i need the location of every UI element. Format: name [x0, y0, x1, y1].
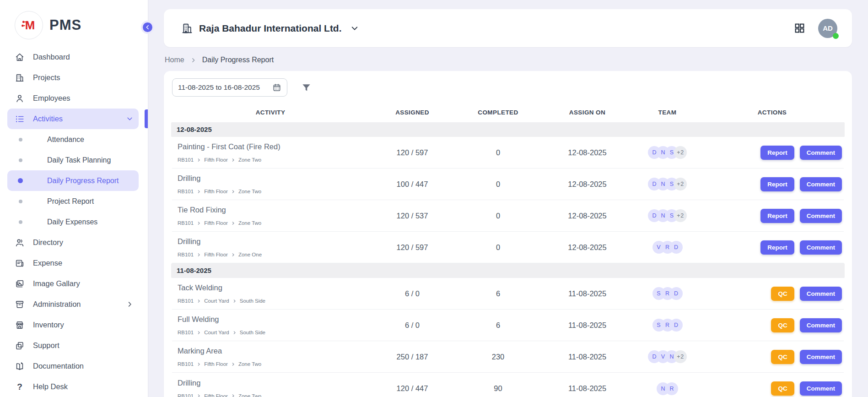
main-area: Raja Bahadur International Ltd. AD: [148, 0, 868, 397]
team-more-avatar[interactable]: +2: [674, 146, 687, 159]
path-segment: RB101: [178, 330, 194, 335]
date-range-input[interactable]: 11-08-2025 to 16-08-2025: [172, 78, 287, 97]
chevron-down-icon: [350, 24, 359, 33]
report-button[interactable]: Report: [760, 240, 794, 255]
comment-button[interactable]: Comment: [800, 209, 842, 223]
sidebar-item-label: Help Desk: [33, 382, 68, 391]
activity-cell: Marking Area RB101Fifth FloorZone Two: [172, 342, 369, 371]
logo[interactable]: M PMS: [0, 0, 148, 46]
bullet-icon: [19, 138, 22, 141]
sidebar-item-label: Projects: [33, 73, 60, 82]
chevron-right-icon: [231, 394, 235, 397]
sidebar-item-inventory[interactable]: Inventory: [7, 315, 139, 335]
progress-table: ActivityAssignedCompletedAssign OnTeamAc…: [172, 102, 844, 397]
activity-cell: Tack Welding RB101Court YardSouth Side: [172, 279, 369, 308]
path-segment: South Side: [240, 330, 265, 335]
comment-button[interactable]: Comment: [800, 177, 842, 191]
report-button[interactable]: Report: [760, 177, 794, 191]
sidebar-item-activities[interactable]: Activities: [7, 109, 139, 129]
qc-button[interactable]: QC: [771, 287, 794, 301]
activity-title[interactable]: Drilling: [178, 379, 366, 387]
comment-button[interactable]: Comment: [800, 381, 842, 396]
sidebar-item-label: Daily Task Planning: [47, 156, 111, 164]
apps-grid-icon[interactable]: [794, 22, 805, 34]
sidebar-item-documentation[interactable]: Documentation: [7, 356, 139, 376]
sidebar-item-daily-task-planning[interactable]: Daily Task Planning: [7, 150, 139, 170]
report-button[interactable]: Report: [760, 209, 794, 223]
sidebar-item-help-desk[interactable]: ?Help Desk: [7, 376, 139, 397]
team-more-avatar[interactable]: +2: [674, 350, 687, 363]
comment-button[interactable]: Comment: [800, 350, 842, 364]
filter-icon[interactable]: [301, 82, 312, 93]
qc-button[interactable]: QC: [771, 381, 794, 396]
comment-button[interactable]: Comment: [800, 318, 842, 332]
sidebar-item-attendance[interactable]: Attendance: [7, 129, 139, 150]
activity-title[interactable]: Painting - First Coat (Fire Red): [178, 142, 366, 151]
sidebar-item-image-gallary[interactable]: Image Gallary: [7, 273, 139, 294]
chevron-right-icon: [126, 301, 133, 308]
comment-button[interactable]: Comment: [800, 146, 842, 160]
path-segment: Zone Two: [238, 157, 261, 163]
date-group-header: 11-08-2025: [171, 263, 845, 278]
sidebar-item-label: Image Gallary: [33, 279, 80, 288]
breadcrumb-home[interactable]: Home: [165, 56, 184, 64]
column-header-activity: Activity: [172, 109, 369, 116]
table-header-row: ActivityAssignedCompletedAssign OnTeamAc…: [172, 102, 844, 122]
activity-path: RB101Fifth FloorZone One: [178, 252, 366, 257]
sidebar-item-label: Inventory: [33, 321, 64, 329]
chevron-right-icon: [197, 394, 201, 397]
activity-title[interactable]: Tack Welding: [178, 283, 366, 292]
team-member-avatar[interactable]: D: [670, 241, 683, 254]
chevron-right-icon: [231, 190, 235, 194]
activity-title[interactable]: Full Welding: [178, 315, 366, 324]
report-button[interactable]: Report: [760, 146, 794, 160]
group-date: 12-08-2025: [177, 125, 212, 133]
team-member-avatar[interactable]: D: [670, 319, 683, 332]
team-member-avatar[interactable]: D: [670, 287, 683, 300]
sidebar-item-directory[interactable]: Directory: [7, 232, 139, 253]
company-selector[interactable]: Raja Bahadur International Ltd.: [181, 22, 359, 34]
chevron-right-icon: [232, 331, 237, 335]
activity-path: RB101Fifth FloorZone Two: [178, 361, 366, 367]
assigned-value: 6 / 0: [369, 289, 456, 298]
online-status-dot: [833, 33, 839, 39]
sidebar-item-support[interactable]: Support: [7, 335, 139, 356]
table-row: Drilling RB101Fifth FloorZone Two 100 / …: [172, 169, 844, 200]
sidebar-item-daily-progress-report[interactable]: Daily Progress Report: [7, 170, 139, 191]
user-avatar[interactable]: AD: [818, 19, 837, 38]
activity-title[interactable]: Drilling: [178, 174, 366, 183]
question-icon: ?: [14, 381, 25, 392]
path-segment: South Side: [240, 298, 265, 304]
actions-cell: QC Comment: [701, 350, 844, 364]
path-segment: RB101: [178, 361, 194, 367]
sidebar-item-daily-expenses[interactable]: Daily Expenses: [7, 212, 139, 232]
chevron-right-icon: [231, 362, 235, 366]
team-avatars: SRD: [634, 287, 701, 300]
chevron-right-icon: [197, 158, 201, 162]
svg-text:M: M: [25, 19, 35, 32]
sidebar-item-administration[interactable]: Administration: [7, 294, 139, 315]
team-avatars: NR: [634, 382, 701, 395]
sidebar-item-employees[interactable]: Employees: [7, 88, 139, 109]
activity-title[interactable]: Tie Rod Fixing: [178, 206, 366, 214]
team-member-avatar[interactable]: R: [665, 382, 678, 395]
assign-on-value: 12-08-2025: [540, 148, 634, 157]
sidebar-item-project-report[interactable]: Project Report: [7, 191, 139, 212]
team-avatars: DNS+2: [634, 209, 701, 222]
sidebar-collapse-button[interactable]: [141, 21, 154, 34]
team-more-avatar[interactable]: +2: [674, 178, 687, 190]
chevron-right-icon: [197, 190, 201, 194]
qc-button[interactable]: QC: [771, 318, 794, 332]
qc-button[interactable]: QC: [771, 350, 794, 364]
comment-button[interactable]: Comment: [800, 287, 842, 301]
comment-button[interactable]: Comment: [800, 240, 842, 255]
sidebar-item-expense[interactable]: Expense: [7, 253, 139, 273]
activity-cell: Drilling RB101Fifth FloorZone One: [172, 233, 369, 262]
activity-title[interactable]: Marking Area: [178, 347, 366, 355]
breadcrumb: Home Daily Progress Report: [164, 47, 852, 71]
sidebar-item-dashboard[interactable]: Dashboard: [7, 47, 139, 67]
chevron-down-icon: [126, 115, 133, 122]
activity-title[interactable]: Drilling: [178, 237, 366, 246]
team-more-avatar[interactable]: +2: [674, 209, 687, 222]
sidebar-item-projects[interactable]: Projects: [7, 67, 139, 88]
